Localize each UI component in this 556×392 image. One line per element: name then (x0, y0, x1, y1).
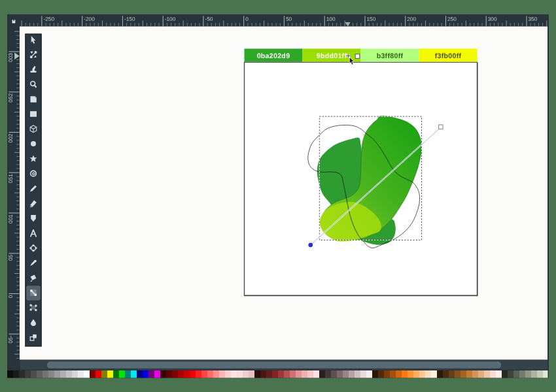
svg-text:-50: -50 (205, 16, 213, 22)
svg-text:250: 250 (447, 16, 457, 22)
svg-text:-100: -100 (165, 16, 176, 22)
svg-text:0ba202d9: 0ba202d9 (257, 52, 290, 60)
svg-text:0: 0 (7, 257, 14, 261)
svg-text:0: 0 (7, 295, 14, 298)
svg-text:-: - (7, 335, 14, 337)
svg-text:f3fb00ff: f3fb00ff (435, 52, 462, 60)
svg-text:2: 2 (7, 93, 14, 96)
svg-text:0: 0 (245, 16, 249, 22)
svg-text:9bdd01ff: 9bdd01ff (317, 52, 347, 60)
svg-text:b3ff80ff: b3ff80ff (377, 52, 404, 60)
svg-text:150: 150 (367, 16, 376, 22)
svg-text:0: 0 (7, 59, 14, 62)
svg-text:5: 5 (7, 96, 14, 99)
svg-text:5: 5 (7, 177, 14, 180)
svg-text:0: 0 (7, 217, 14, 220)
svg-text:2: 2 (7, 133, 14, 137)
svg-text:0: 0 (7, 137, 14, 140)
svg-text:50: 50 (286, 16, 292, 22)
svg-text:-200: -200 (84, 16, 95, 22)
svg-text:5: 5 (7, 337, 14, 340)
svg-text:0: 0 (7, 99, 14, 103)
svg-text:5: 5 (7, 254, 14, 257)
svg-text:3: 3 (7, 53, 14, 56)
svg-text:-150: -150 (124, 16, 135, 22)
svg-text:0: 0 (7, 180, 14, 183)
svg-text:100: 100 (326, 16, 336, 22)
svg-text:200: 200 (407, 16, 416, 22)
svg-text:1: 1 (7, 214, 14, 218)
svg-text:0: 0 (7, 340, 14, 343)
svg-text:350: 350 (529, 16, 538, 22)
svg-text:300: 300 (488, 16, 497, 22)
svg-text:-250: -250 (43, 16, 54, 22)
svg-text:0: 0 (7, 220, 14, 223)
svg-text:0: 0 (7, 140, 14, 143)
svg-text:1: 1 (7, 174, 14, 177)
svg-text:0: 0 (7, 56, 14, 59)
